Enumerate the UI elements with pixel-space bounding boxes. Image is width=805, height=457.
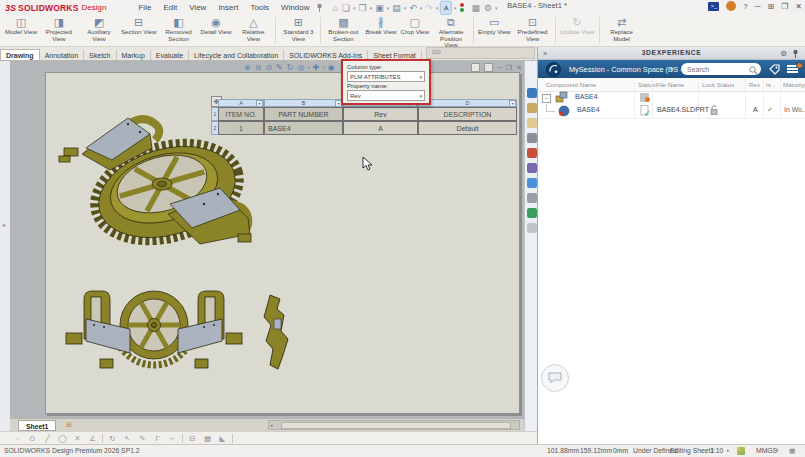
3ds-compass-icon[interactable] — [546, 62, 561, 77]
print-icon[interactable]: ▤ — [390, 3, 403, 13]
component-name[interactable]: BASE4 — [577, 106, 600, 113]
scroll-left-icon[interactable]: ◂ — [270, 421, 273, 430]
document-recovery-icon[interactable] — [527, 193, 537, 203]
appearances-icon[interactable] — [527, 148, 537, 158]
file-explorer-icon[interactable] — [527, 118, 537, 128]
ribbon-button-removed-section[interactable]: ◧Removed Section — [159, 15, 199, 46]
previous-view-icon[interactable]: ↻ — [286, 63, 295, 72]
tab-annotation[interactable]: Annotation — [40, 50, 84, 60]
component-name[interactable]: BASE4 — [575, 93, 598, 100]
component-row-parent[interactable]: − BASE4 — [538, 91, 805, 104]
close-icon[interactable]: ✕ — [795, 2, 802, 11]
drawing-viewport[interactable]: ⊕ ⊖ ⊙ ✎ ↻ ◎ ▾ ✚ ▾ ◉ ─ ❐ ✕ — [10, 61, 524, 418]
zoom-area-icon[interactable]: ⊖ — [254, 63, 263, 72]
bom-cell-item-no[interactable]: 1 — [218, 121, 264, 135]
menu-edit[interactable]: Edit — [157, 3, 183, 12]
bom-cell-part-number[interactable]: BASE4 — [264, 121, 343, 135]
minimize-icon[interactable]: ─ — [755, 2, 761, 11]
scale-caret-icon[interactable]: ▸ — [727, 447, 730, 453]
component-row-child[interactable]: BASE4 ✓ BASE4.SLDPRT A ✓ In Wo.. — [538, 104, 805, 117]
pan-caret-icon[interactable]: ▾ — [322, 65, 324, 70]
bom-header-description[interactable]: DESCRIPTION — [418, 107, 517, 121]
undo-icon[interactable]: ↶ — [407, 3, 419, 13]
3dexperience-tab-icon[interactable] — [527, 88, 537, 98]
view-settings-icon[interactable]: ◎ — [297, 63, 306, 72]
ribbon-button-crop-view[interactable]: ▢Crop View — [399, 15, 431, 46]
side-drawing-view[interactable] — [250, 291, 294, 375]
user-avatar[interactable] — [726, 1, 736, 11]
add-sheet-icon[interactable]: ⊞ — [66, 421, 72, 429]
ribbon-button-auxiliary-view[interactable]: ◩Auxiliary View — [79, 15, 119, 46]
zoom-in-out-icon[interactable]: ⊙ — [264, 63, 273, 72]
bom-header-rev[interactable]: Rev — [343, 107, 418, 121]
col-maturity-state[interactable]: Maturity St.. — [783, 81, 805, 88]
sketch-tool-icon[interactable]: ✎ — [135, 434, 150, 443]
doc-restore-icon[interactable]: ❐ — [506, 64, 512, 72]
menu-insert[interactable]: Insert — [212, 3, 244, 12]
corner-tool-icon[interactable]: Γ — [150, 434, 165, 443]
pin-menu-icon[interactable] — [316, 3, 323, 12]
tab-lifecycle-and-collaboration[interactable]: Lifecycle and Collaboration — [189, 50, 284, 60]
panel-pin-icon[interactable] — [792, 49, 799, 58]
ribbon-button-relative-view[interactable]: △Relative View — [233, 15, 273, 46]
ribbon-button-alternate-position-view[interactable]: ⧉Alternate Position View — [431, 15, 471, 46]
bom-header-item-no[interactable]: ITEM NO. — [218, 107, 264, 121]
ribbon-button-model-view[interactable]: ◫Model View — [3, 15, 39, 46]
task-pane-toggle-icon[interactable]: ▦ — [789, 447, 795, 455]
horizontal-scrollbar[interactable]: ◂ — [268, 420, 520, 430]
tab-markup[interactable]: Markup — [117, 50, 151, 60]
mirror-tool-icon[interactable]: ⊟ — [185, 434, 200, 443]
ribbon-button-section-view[interactable]: ⊟Section View — [119, 15, 159, 46]
open-icon[interactable]: ❐ — [357, 3, 369, 13]
design-library-icon[interactable] — [527, 103, 537, 113]
sketch-markup-icon[interactable]: ✎ — [275, 63, 284, 72]
point-tool-icon[interactable]: ◦ — [10, 434, 25, 443]
ribbon-button-replace-model[interactable]: ⇄Replace Model — [602, 15, 642, 46]
ribbon-button-detail-view[interactable]: ◉Detail View — [199, 15, 234, 46]
tab-drawing[interactable]: Drawing — [0, 49, 40, 60]
doc-tool-icon[interactable] — [471, 63, 480, 72]
view-orientation-icon[interactable]: ◉ — [327, 63, 336, 72]
bom-column-b[interactable]: B — [264, 99, 343, 107]
chamfer-tool-icon[interactable]: ◣ — [215, 434, 230, 443]
expand-node-icon[interactable]: − — [542, 94, 551, 103]
session-selector-label[interactable]: MySession - Common Space (DS -... — [569, 65, 681, 74]
col-component-name[interactable]: Component Name — [546, 81, 596, 88]
front-drawing-view[interactable] — [60, 283, 248, 379]
sheet-scale-label[interactable]: 1:10 — [710, 447, 723, 454]
scene-icon[interactable] — [527, 163, 537, 173]
restore-icon[interactable]: ❐ — [781, 2, 788, 11]
bom-column-d[interactable]: D — [418, 99, 517, 107]
menu-window[interactable]: Window — [275, 3, 315, 12]
bom-header-part-number[interactable]: PART NUMBER — [264, 107, 343, 121]
bom-column-a-menu-icon[interactable]: ▾ — [256, 100, 263, 107]
perimeter-circle-tool-icon[interactable]: ◯ — [55, 434, 70, 443]
expand-tree-icon[interactable]: ◂ — [2, 221, 5, 228]
layout-icon[interactable]: ⊞ — [767, 2, 774, 11]
help-icon[interactable]: ? — [743, 2, 747, 11]
pan-icon[interactable]: ✚ — [312, 63, 321, 72]
units-caret-icon[interactable]: ▾ — [776, 447, 779, 453]
session-caret-icon[interactable]: ▾ — [670, 66, 673, 72]
move-tool-icon[interactable]: ↖ — [120, 434, 135, 443]
redo-caret-icon[interactable]: ▾ — [435, 5, 440, 11]
select-tool-icon[interactable]: ➤ — [440, 1, 452, 15]
ribbon-button-broken-out-section[interactable]: ▩Broken-out Section — [323, 15, 363, 46]
doc-minimize-icon[interactable]: ─ — [497, 64, 502, 71]
sheet-properties-icon[interactable] — [737, 447, 745, 455]
ribbon-button-standard-3-view[interactable]: ⊞Standard 3 View — [278, 15, 318, 46]
col-is-latest[interactable]: Is .. — [766, 81, 776, 88]
tab-evaluate[interactable]: Evaluate — [151, 50, 189, 60]
assistant-chat-bubble[interactable] — [541, 364, 569, 392]
search-icon[interactable] — [749, 66, 758, 75]
line-tool-icon[interactable]: ╱ — [40, 434, 55, 443]
scrollbar-thumb[interactable] — [281, 422, 511, 429]
file-name[interactable]: BASE4.SLDPRT — [657, 106, 709, 113]
home-icon[interactable]: ⌂ — [331, 3, 340, 13]
forum-icon[interactable] — [527, 208, 537, 218]
pattern-tool-icon[interactable]: ▦ — [200, 434, 215, 443]
unlocked-icon[interactable] — [709, 105, 719, 116]
col-file-name[interactable]: File Name — [656, 81, 684, 88]
angle-tool-icon[interactable]: ∠ — [85, 434, 100, 443]
doc-tool-icon[interactable] — [484, 63, 493, 72]
